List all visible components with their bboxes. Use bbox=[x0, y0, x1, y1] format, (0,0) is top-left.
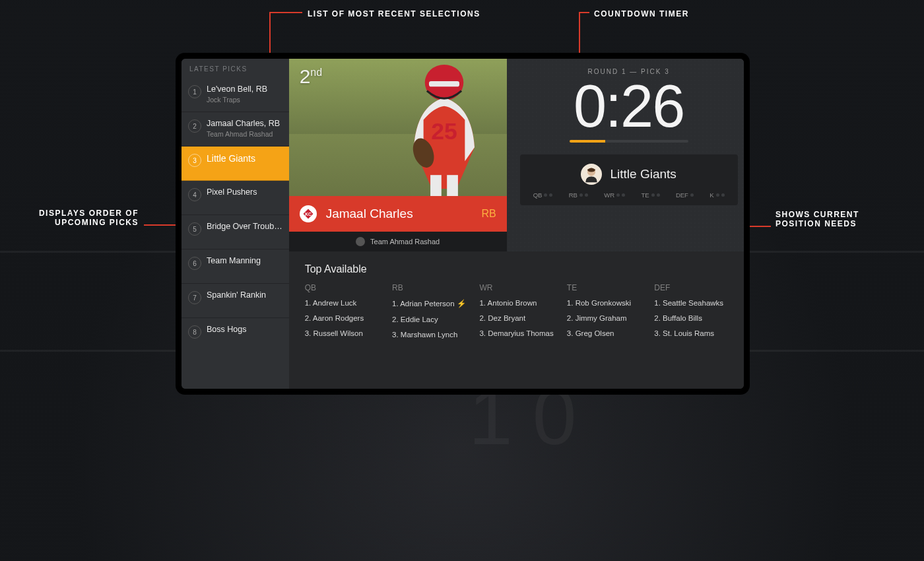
available-player[interactable]: 2. Buffalo Bills bbox=[654, 314, 735, 322]
svg-rect-4 bbox=[430, 175, 442, 196]
position-slot: RB bbox=[569, 191, 588, 199]
pick-name: Boss Hogs bbox=[207, 325, 282, 334]
available-player[interactable]: 3. Marshawn Lynch bbox=[392, 331, 473, 339]
column-header: WR bbox=[479, 283, 560, 292]
available-player[interactable]: 2. Aaron Rodgers bbox=[305, 314, 385, 322]
pick-number: 7 bbox=[188, 291, 201, 304]
pick-name: Le'veon Bell, RB bbox=[207, 84, 282, 94]
player-illustration: 25 bbox=[375, 59, 507, 196]
player-name-bar: KC Jamaal Charles RB bbox=[289, 196, 507, 232]
available-player[interactable]: 1. Antonio Brown bbox=[479, 299, 560, 307]
pick-name: Jamaal Charles, RB bbox=[207, 119, 282, 128]
available-column: DEF 1. Seattle Seahawks 2. Buffalo Bills… bbox=[654, 283, 735, 346]
pick-name: Little Giants bbox=[207, 153, 282, 164]
pick-number: 5 bbox=[188, 222, 201, 236]
owner-name: Team Ahmad Rashad bbox=[370, 238, 440, 246]
callout-needs: SHOWS CURRENT POSITION NEEDS bbox=[776, 210, 859, 228]
timer-progress bbox=[570, 140, 688, 143]
player-position: RB bbox=[481, 208, 496, 220]
column-header: TE bbox=[567, 283, 647, 292]
team-avatar-icon bbox=[581, 164, 602, 185]
timer-panel: ROUND 1 — PICK 3 0:26 Little Giants QB bbox=[507, 59, 744, 251]
pick-name: Bridge Over Troub… bbox=[207, 222, 282, 231]
pick-item[interactable]: 4 Pixel Pushers bbox=[182, 181, 289, 215]
main-panel: 2nd 25 bbox=[289, 59, 744, 389]
column-header: DEF bbox=[654, 283, 735, 292]
position-slot: TE bbox=[641, 191, 659, 199]
countdown-timer: 0:26 bbox=[574, 77, 684, 136]
sidebar-header: LATEST PICKS bbox=[182, 59, 289, 78]
top-available-panel: Top Available QB 1. Andrew Luck 2. Aaron… bbox=[289, 251, 744, 389]
tablet-device: LATEST PICKS 1 Le'veon Bell, RB Jock Tra… bbox=[176, 53, 750, 395]
available-player[interactable]: 2. Dez Bryant bbox=[479, 314, 560, 322]
pick-item-active[interactable]: 3 Little Giants bbox=[182, 147, 289, 181]
app-screen: LATEST PICKS 1 Le'veon Bell, RB Jock Tra… bbox=[182, 59, 744, 389]
pick-item[interactable]: 8 Boss Hogs bbox=[182, 318, 289, 352]
pick-name: Team Manning bbox=[207, 256, 282, 265]
featured-player-card: 2nd 25 bbox=[289, 59, 507, 251]
available-player[interactable]: 1. Seattle Seahawks bbox=[654, 299, 735, 307]
player-photo: 2nd 25 bbox=[289, 59, 507, 196]
pick-number: 2 bbox=[188, 119, 201, 133]
svg-text:KC: KC bbox=[305, 212, 312, 216]
position-slot: QB bbox=[533, 191, 553, 199]
pick-number: 6 bbox=[188, 257, 201, 270]
available-player[interactable]: 1. Rob Gronkowski bbox=[567, 299, 647, 307]
pick-name: Pixel Pushers bbox=[207, 187, 282, 197]
pick-team: Team Ahmad Rashad bbox=[207, 130, 282, 138]
column-header: RB bbox=[392, 283, 473, 292]
pick-name: Spankin' Rankin bbox=[207, 290, 282, 300]
available-player[interactable]: 2. Jimmy Graham bbox=[567, 314, 647, 322]
available-column: QB 1. Andrew Luck 2. Aaron Rodgers 3. Ru… bbox=[305, 283, 385, 346]
position-slot: DEF bbox=[676, 191, 694, 199]
column-header: QB bbox=[305, 283, 385, 292]
svg-rect-5 bbox=[447, 175, 458, 196]
available-player[interactable]: 3. Greg Olsen bbox=[567, 329, 647, 337]
available-title: Top Available bbox=[305, 263, 735, 275]
pick-item[interactable]: 1 Le'veon Bell, RB Jock Traps bbox=[182, 78, 289, 112]
available-player[interactable]: 3. Russell Wilson bbox=[305, 329, 385, 337]
position-slot: K bbox=[710, 191, 724, 199]
available-column: WR 1. Antonio Brown 2. Dez Bryant 3. Dem… bbox=[479, 283, 560, 346]
pick-item[interactable]: 6 Team Manning bbox=[182, 249, 289, 284]
available-player[interactable]: 1. Adrian Peterson ⚡ bbox=[392, 299, 473, 308]
svg-rect-1 bbox=[429, 81, 459, 86]
available-player[interactable]: 1. Andrew Luck bbox=[305, 299, 385, 307]
available-player[interactable]: 3. St. Louis Rams bbox=[654, 329, 735, 337]
owner-avatar-icon bbox=[356, 237, 365, 246]
available-column: TE 1. Rob Gronkowski 2. Jimmy Graham 3. … bbox=[567, 283, 647, 346]
pick-number: 3 bbox=[188, 154, 201, 167]
pick-number: 8 bbox=[188, 325, 201, 339]
pick-number: 1 bbox=[188, 85, 201, 98]
picks-sidebar: LATEST PICKS 1 Le'veon Bell, RB Jock Tra… bbox=[182, 59, 289, 389]
available-column: RB 1. Adrian Peterson ⚡ 2. Eddie Lacy 3.… bbox=[392, 283, 473, 346]
player-owner-bar: Team Ahmad Rashad bbox=[289, 232, 507, 251]
current-team-card: Little Giants QB RB WR TE DEF K bbox=[520, 154, 738, 205]
pick-item[interactable]: 5 Bridge Over Troub… bbox=[182, 215, 289, 249]
position-needs-row: QB RB WR TE DEF K bbox=[532, 191, 726, 199]
current-team-name: Little Giants bbox=[610, 167, 676, 182]
svg-text:25: 25 bbox=[431, 118, 457, 145]
callout-timer: COUNTDOWN TIMER bbox=[594, 9, 689, 18]
callout-upcoming: DISPLAYS ORDER OF UPCOMING PICKS bbox=[20, 209, 139, 227]
available-player[interactable]: 3. Demaryius Thomas bbox=[479, 329, 560, 337]
position-slot: WR bbox=[604, 191, 625, 199]
pick-item[interactable]: 2 Jamaal Charles, RB Team Ahmad Rashad bbox=[182, 112, 289, 147]
player-name: Jamaal Charles bbox=[326, 207, 473, 221]
team-logo-icon: KC bbox=[300, 205, 317, 222]
pick-item[interactable]: 7 Spankin' Rankin bbox=[182, 284, 289, 318]
pick-ordinal: 2nd bbox=[300, 65, 322, 88]
callout-recent: LIST OF MOST RECENT SELECTIONS bbox=[308, 9, 480, 18]
pick-number: 4 bbox=[188, 188, 201, 201]
available-player[interactable]: 2. Eddie Lacy bbox=[392, 315, 473, 323]
pick-team: Jock Traps bbox=[207, 96, 282, 104]
